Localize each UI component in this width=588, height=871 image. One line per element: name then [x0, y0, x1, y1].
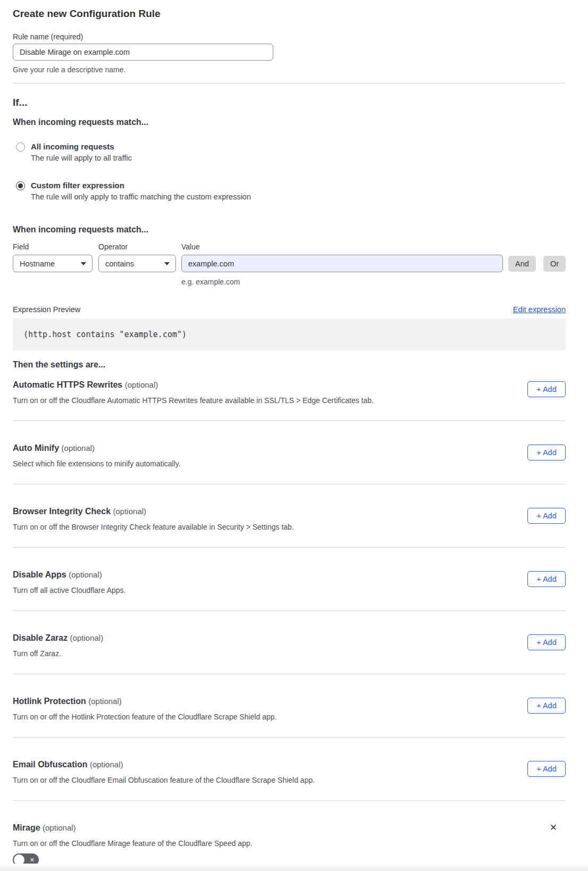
setting-disable-zaraz: Disable Zaraz (optional) Turn off Zaraz.… [13, 611, 566, 674]
setting-title: Hotlink Protection [13, 697, 86, 706]
expression-builder-row: Hostname contains And Or [13, 255, 566, 272]
bottom-edge-shade [0, 864, 588, 871]
radio-label: All incoming requests [31, 141, 132, 152]
setting-title: Disable Zaraz [13, 633, 68, 642]
setting-title: Automatic HTTPS Rewrites [13, 380, 122, 389]
setting-mirage: Mirage (optional) ✕ Turn on or off the C… [13, 801, 566, 866]
setting-email-obfuscation: Email Obfuscation (optional) Turn on or … [13, 738, 566, 801]
radio-selected-icon[interactable] [16, 181, 25, 190]
rule-name-help: Give your rule a descriptive name. [13, 65, 566, 74]
and-button[interactable]: And [508, 256, 536, 272]
setting-description: Turn off all active Cloudflare Apps. [13, 585, 566, 596]
setting-browser-integrity-check: Browser Integrity Check (optional) Turn … [13, 484, 566, 548]
setting-optional: (optional) [43, 823, 76, 832]
setting-description: Turn on or off the Cloudflare Mirage fea… [13, 839, 566, 849]
setting-optional: (optional) [69, 570, 102, 579]
setting-description: Select which file extensions to minify a… [13, 459, 566, 469]
field-select[interactable]: Hostname [13, 255, 93, 272]
operator-select-value: contains [105, 259, 134, 268]
rule-name-input[interactable] [13, 44, 273, 61]
chevron-down-icon [164, 262, 170, 265]
value-input[interactable] [181, 255, 503, 272]
expression-preview-header: Expression Preview Edit expression [13, 305, 566, 314]
match-heading: When incoming requests match... [13, 117, 566, 128]
builder-heading: When incoming requests match... [13, 224, 566, 235]
setting-optional: (optional) [70, 633, 104, 642]
setting-disable-apps: Disable Apps (optional) Turn off all act… [13, 548, 566, 611]
operator-label: Operator [98, 242, 181, 252]
radio-all-incoming-requests[interactable]: All incoming requests The rule will appl… [13, 141, 566, 163]
add-button[interactable]: + Add [527, 634, 566, 650]
add-button[interactable]: + Add [527, 508, 566, 524]
add-button[interactable]: + Add [527, 381, 566, 397]
close-icon[interactable]: ✕ [550, 823, 557, 832]
add-button[interactable]: + Add [527, 571, 566, 587]
rule-name-label: Rule name (required) [13, 32, 566, 41]
setting-automatic-https-rewrites: Automatic HTTPS Rewrites (optional) Turn… [13, 370, 566, 421]
field-select-value: Hostname [20, 259, 55, 268]
radio-description: The rule will only apply to traffic matc… [31, 192, 251, 202]
create-configuration-rule-page: Create new Configuration Rule Rule name … [0, 0, 588, 866]
field-label: Field [13, 242, 98, 252]
operator-select[interactable]: contains [98, 255, 176, 272]
setting-optional: (optional) [88, 697, 122, 706]
then-heading: Then the settings are... [13, 359, 566, 370]
value-help: e.g. example.com [181, 278, 566, 287]
setting-optional: (optional) [125, 380, 158, 389]
add-button[interactable]: + Add [527, 445, 566, 460]
setting-title: Email Obfuscation [13, 760, 87, 769]
divider [13, 83, 566, 83]
setting-title: Auto Minify [13, 443, 59, 453]
or-button[interactable]: Or [543, 256, 566, 272]
expression-builder-labels: Field Operator Value [13, 242, 566, 252]
setting-description: Turn on or off the Cloudflare Email Obfu… [13, 775, 566, 785]
setting-optional: (optional) [62, 443, 95, 453]
setting-optional: (optional) [113, 507, 147, 516]
setting-title: Mirage [13, 823, 40, 832]
add-button[interactable]: + Add [527, 761, 566, 777]
page-title: Create new Configuration Rule [13, 7, 566, 20]
radio-custom-filter-expression[interactable]: Custom filter expression The rule will o… [13, 180, 566, 202]
value-label: Value [181, 242, 566, 252]
setting-auto-minify: Auto Minify (optional) Select which file… [13, 421, 566, 484]
setting-title: Browser Integrity Check [13, 507, 111, 516]
edit-expression-link[interactable]: Edit expression [513, 305, 566, 314]
add-button[interactable]: + Add [527, 698, 566, 714]
setting-description: Turn on or off the Cloudflare Automatic … [13, 396, 566, 406]
toggle-off-icon: ✕ [30, 856, 35, 864]
expression-preview-label: Expression Preview [13, 305, 80, 314]
setting-description: Turn off Zaraz. [13, 649, 566, 659]
setting-description: Turn on or off the Hotlink Protection fe… [13, 712, 566, 722]
radio-description: The rule will apply to all traffic [31, 153, 132, 163]
chevron-down-icon [81, 262, 86, 265]
radio-unselected-icon[interactable] [16, 143, 25, 152]
if-heading: If... [13, 96, 566, 109]
setting-title: Disable Apps [13, 570, 66, 579]
setting-optional: (optional) [90, 760, 123, 769]
expression-preview-code: (http.host contains "example.com") [13, 319, 566, 350]
setting-hotlink-protection: Hotlink Protection (optional) Turn on or… [13, 674, 566, 738]
radio-label: Custom filter expression [31, 180, 251, 190]
setting-description: Turn on or off the Browser Integrity Che… [13, 522, 566, 532]
